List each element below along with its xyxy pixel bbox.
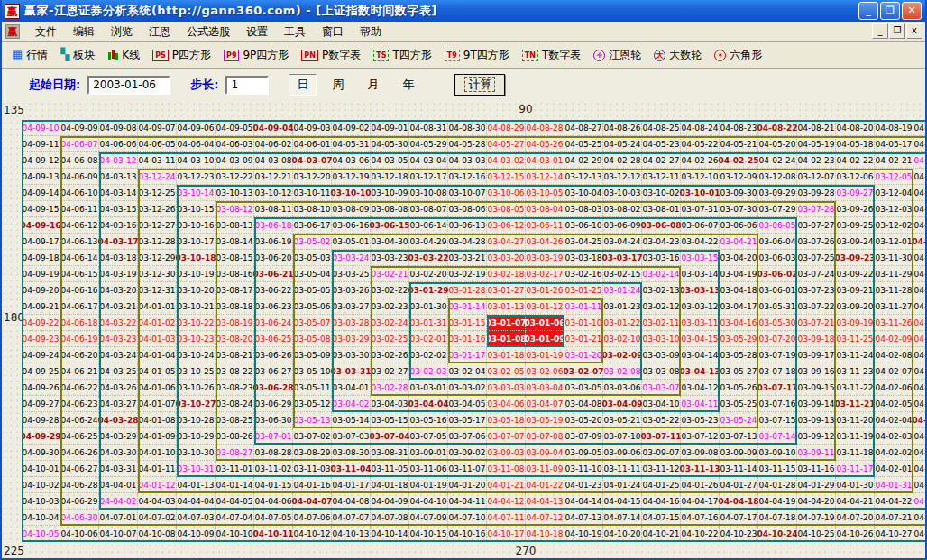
date-cell[interactable]: 03-07-22 xyxy=(797,298,836,315)
date-cell[interactable]: 04-09-02 xyxy=(332,120,371,136)
date-cell[interactable]: 04-03-07 xyxy=(293,152,332,169)
date-cell[interactable]: 04-01-05 xyxy=(138,363,177,380)
date-cell[interactable]: 03-12-09 xyxy=(720,169,758,185)
date-cell[interactable]: 04-07-05 xyxy=(254,510,293,526)
date-cell[interactable]: 04-03-16 xyxy=(99,217,138,234)
date-cell[interactable]: 03-11-20 xyxy=(836,412,875,428)
date-cell[interactable]: 03-03-11 xyxy=(681,315,720,331)
date-cell[interactable]: 03-07-10 xyxy=(603,428,642,445)
date-cell[interactable]: 03-03-26 xyxy=(332,282,371,298)
date-cell[interactable]: 03-06-01 xyxy=(758,282,797,298)
date-cell[interactable]: 03-11-13 xyxy=(681,461,720,477)
date-cell[interactable]: 04-02-27 xyxy=(642,152,681,169)
toolbar-quotes[interactable]: ▦行情 xyxy=(7,46,52,65)
date-cell[interactable]: 03-09-09 xyxy=(720,445,758,461)
date-cell[interactable]: 03-12-01 xyxy=(875,234,913,250)
date-cell[interactable]: 03-09-05 xyxy=(564,445,603,461)
date-cell[interactable]: 04-04-26 xyxy=(913,445,927,461)
minimize-button[interactable]: _ xyxy=(858,2,878,20)
date-cell[interactable]: 03-04-16 xyxy=(720,315,758,331)
date-cell[interactable]: 03-07-25 xyxy=(797,250,836,266)
toolbar-p-square[interactable]: PSP四方形 xyxy=(148,46,216,65)
date-cell[interactable]: 03-10-05 xyxy=(526,185,564,201)
date-cell[interactable]: 03-01-31 xyxy=(409,315,448,331)
date-cell[interactable]: 03-10-10 xyxy=(332,185,371,201)
date-cell[interactable]: 04-06-29 xyxy=(60,493,99,510)
date-cell[interactable]: 04-10-12 xyxy=(293,526,332,542)
date-cell[interactable]: 03-08-07 xyxy=(409,201,448,217)
date-cell[interactable]: 04-05-24 xyxy=(603,136,642,152)
date-cell[interactable]: 03-03-04 xyxy=(526,380,564,396)
date-cell[interactable]: 03-02-09 xyxy=(603,347,642,363)
date-cell[interactable]: 03-10-25 xyxy=(177,363,216,380)
date-cell[interactable]: 04-04-15 xyxy=(603,493,642,510)
date-cell[interactable]: 04-01-06 xyxy=(138,380,177,396)
date-cell[interactable]: 04-04-23 xyxy=(913,493,927,510)
date-cell[interactable]: 03-09-08 xyxy=(681,445,720,461)
date-cell[interactable]: 03-11-06 xyxy=(409,461,448,477)
date-cell[interactable]: 04-06-01 xyxy=(293,136,332,152)
date-cell[interactable]: 03-10-12 xyxy=(254,185,293,201)
date-cell[interactable]: 03-11-30 xyxy=(875,250,913,266)
date-cell[interactable]: 04-10-18 xyxy=(526,526,564,542)
date-cell[interactable]: 04-06-19 xyxy=(60,331,99,347)
date-cell[interactable]: 03-09-23 xyxy=(836,250,875,266)
date-cell[interactable]: 03-08-05 xyxy=(487,201,526,217)
date-cell[interactable]: 04-02-10 xyxy=(913,315,927,331)
date-cell[interactable]: 04-05-02 xyxy=(913,347,927,363)
date-cell[interactable]: 03-01-20 xyxy=(564,347,603,363)
date-cell[interactable]: 03-11-08 xyxy=(487,461,526,477)
date-cell[interactable]: 03-02-27 xyxy=(371,363,409,380)
date-cell[interactable]: 04-01-31 xyxy=(875,477,913,493)
date-cell[interactable]: 03-06-20 xyxy=(254,250,293,266)
date-cell[interactable]: 03-05-29 xyxy=(720,331,758,347)
date-cell[interactable]: 03-10-29 xyxy=(177,428,216,445)
date-cell[interactable]: 04-03-10 xyxy=(177,152,216,169)
date-cell[interactable]: 04-01-07 xyxy=(138,396,177,412)
date-cell[interactable]: 03-02-22 xyxy=(371,282,409,298)
date-cell[interactable]: 04-07-20 xyxy=(836,510,875,526)
date-cell[interactable]: 04-05-03 xyxy=(913,331,927,347)
date-cell[interactable]: 03-10-28 xyxy=(177,412,216,428)
date-cell[interactable]: 04-08-18 xyxy=(913,120,927,136)
date-cell[interactable]: 03-08-31 xyxy=(371,445,409,461)
date-cell[interactable]: 03-05-06 xyxy=(293,298,332,315)
date-cell[interactable]: 03-01-15 xyxy=(448,315,487,331)
date-cell[interactable]: 04-02-17 xyxy=(913,201,927,217)
date-cell[interactable]: 03-02-26 xyxy=(371,347,409,363)
date-cell[interactable]: 03-01-13 xyxy=(487,298,526,315)
date-cell[interactable]: 04-04-16 xyxy=(642,493,681,510)
date-cell[interactable]: 03-02-24 xyxy=(371,315,409,331)
date-cell[interactable]: 04-10-27 xyxy=(875,526,913,542)
date-cell[interactable]: 03-09-29 xyxy=(758,185,797,201)
date-cell[interactable]: 03-01-22 xyxy=(603,315,642,331)
date-cell[interactable]: 03-12-23 xyxy=(177,169,216,185)
date-cell[interactable]: 04-06-17 xyxy=(60,298,99,315)
date-cell[interactable]: 03-06-04 xyxy=(758,234,797,250)
date-cell[interactable]: 04-02-29 xyxy=(564,152,603,169)
date-cell[interactable]: 04-02-07 xyxy=(875,363,913,380)
date-cell[interactable]: 03-05-14 xyxy=(332,412,371,428)
date-cell[interactable]: 04-07-19 xyxy=(797,510,836,526)
date-cell[interactable]: 03-02-03 xyxy=(409,363,448,380)
date-cell[interactable]: 03-09-07 xyxy=(642,445,681,461)
date-cell[interactable]: 04-07-08 xyxy=(371,510,409,526)
date-cell[interactable]: 03-08-11 xyxy=(254,201,293,217)
date-cell[interactable]: 03-12-16 xyxy=(448,169,487,185)
date-cell[interactable]: 03-05-08 xyxy=(293,331,332,347)
date-cell[interactable]: 03-03-06 xyxy=(603,380,642,396)
date-cell[interactable]: 03-12-27 xyxy=(138,217,177,234)
date-cell[interactable]: 04-04-14 xyxy=(564,493,603,510)
date-cell[interactable]: 03-08-19 xyxy=(216,315,254,331)
date-cell[interactable]: 03-04-05 xyxy=(448,396,487,412)
date-cell[interactable]: 04-08-29 xyxy=(487,120,526,136)
date-cell[interactable]: 04-02-24 xyxy=(758,152,797,169)
date-cell[interactable]: 04-09-27 xyxy=(22,396,60,412)
date-cell[interactable]: 04-07-13 xyxy=(564,510,603,526)
date-cell[interactable]: 04-03-09 xyxy=(216,152,254,169)
date-cell[interactable]: 04-05-17 xyxy=(875,136,913,152)
date-cell[interactable]: 04-07-01 xyxy=(99,510,138,526)
date-cell[interactable]: 03-08-21 xyxy=(216,347,254,363)
toolbar-sectors[interactable]: ▚板块 xyxy=(56,46,99,65)
date-cell[interactable]: 03-09-06 xyxy=(603,445,642,461)
